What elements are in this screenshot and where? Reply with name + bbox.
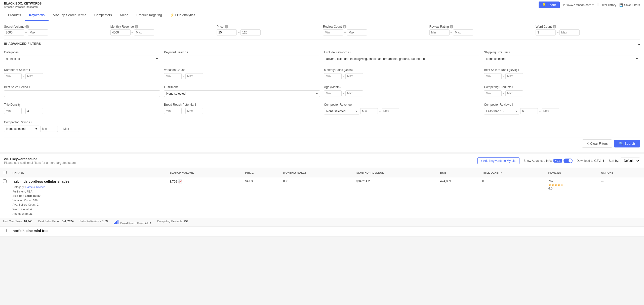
number-of-sellers-max[interactable] [25,73,43,79]
chevron-up-icon: ▴ [638,42,640,46]
search-button[interactable]: 🔍 Search [614,140,640,147]
review-count-max[interactable] [347,29,367,35]
variation-count-info-icon[interactable]: i [186,68,186,72]
competing-products-max[interactable] [505,90,523,96]
row-checkbox[interactable] [3,179,7,183]
title-density-max[interactable] [25,108,43,114]
best-sales-period-info-icon[interactable]: i [29,85,30,89]
monthly-sales-units-info-icon[interactable]: i [354,68,354,72]
search-volume-min[interactable] [4,29,24,35]
age-month-max[interactable] [345,90,363,96]
competitor-ratings-select[interactable]: None selected ▾ [4,126,39,132]
review-count-info-icon[interactable]: i [343,25,346,28]
monthly-revenue-min[interactable] [110,29,131,35]
tab-products[interactable]: Products [4,10,25,21]
advanced-info-toggle[interactable] [564,159,573,163]
row-checkbox[interactable] [3,229,7,232]
competing-products-min[interactable] [484,90,502,96]
age-month-min[interactable] [324,90,342,96]
tab-product-targeting[interactable]: Product Targeting [132,10,166,21]
best-sellers-rank-min[interactable] [484,73,502,79]
competitor-ratings-min[interactable] [40,126,58,132]
categories-info-icon[interactable]: i [20,51,20,54]
shipping-size-tier-select[interactable]: None selected ▾ [484,56,640,62]
tab-niche[interactable]: Niche [116,10,132,21]
tab-elite-analytics[interactable]: ⚡ Elite Analytics [166,10,199,21]
competitor-revenue-max[interactable] [382,108,399,114]
title-density-info-icon[interactable]: i [22,103,22,106]
phrase-title: lazblinds cordless cellular shades [13,179,164,183]
shipping-size-tier-info-icon[interactable]: i [509,51,510,54]
variation-count-min[interactable] [164,73,182,79]
category-link[interactable]: Home & Kitchen [25,185,45,188]
word-count-info-icon[interactable]: i [553,25,556,28]
best-sellers-rank-info-icon[interactable]: i [518,68,519,72]
review-count-min[interactable] [323,29,343,35]
price-max[interactable] [240,29,261,35]
keyword-search-input[interactable] [164,56,320,62]
competitor-revenue-select[interactable]: None selected ▾ [324,108,359,115]
actions-menu-button[interactable]: ··· [601,179,604,184]
broad-reach-potential-max[interactable] [185,108,203,114]
review-rating-max[interactable] [453,29,473,35]
tab-aba[interactable]: ABA Top Search Terms [49,10,90,21]
number-of-sellers-info-icon[interactable]: i [29,68,30,72]
save-filters-link[interactable]: 💾 Save Filters [619,3,640,7]
results-count: 200+ keywords found [4,157,77,161]
phrase-cell: norfolk pine mini tree [10,227,167,237]
fulfillment-select[interactable]: None selected ▾ [164,90,320,97]
number-of-sellers-min[interactable] [4,73,22,79]
table-row-footer: Last Year Sales: 10,248 Best Sales Perio… [0,218,644,227]
exclude-keywords-info-icon[interactable]: i [350,51,351,54]
fulfillment-info-icon[interactable]: i [179,85,180,89]
word-count-min[interactable] [536,29,556,35]
filter-library-link[interactable]: ☰ Filter library [597,3,616,7]
broad-reach-potential-min[interactable] [164,108,182,114]
best-sales-period-input[interactable] [4,90,160,97]
add-keywords-button[interactable]: + Add Keywords to My List [477,157,520,164]
review-rating-min[interactable] [429,29,450,35]
tab-competitors[interactable]: Competitors [90,10,116,21]
price-min[interactable] [217,29,237,35]
competitor-ratings-max[interactable] [62,126,79,132]
monthly-sales-units-max[interactable] [345,73,363,79]
best-sales-period-value: Best Sales Period: Jul, 2024 [38,220,73,225]
marketplace-link[interactable]: 🏳 www.amazon.com ▾ [563,3,594,7]
learn-button[interactable]: 💡 Learn [539,2,559,8]
age-month-info-icon[interactable]: i [342,85,342,89]
exclude-keywords-input[interactable] [324,56,480,62]
keyword-search-info-icon[interactable]: i [187,51,188,54]
monthly-sales-units-min[interactable] [324,73,342,79]
select-all-checkbox[interactable] [3,171,7,174]
variation-count-max[interactable] [185,73,203,79]
search-volume-info-icon[interactable]: i [25,25,29,28]
competitor-reviews-max[interactable] [542,108,559,114]
competitor-reviews-min[interactable] [520,108,538,114]
advanced-filters-header[interactable]: ⊞ ADVANCED FILTERS ▴ [4,40,640,48]
filter-competing-products: Competing Products i – [484,85,640,97]
broad-reach-potential-info-icon[interactable]: i [195,103,196,106]
best-sellers-rank-max[interactable] [505,73,523,79]
clear-filters-button[interactable]: ✕ Clear Filters [582,139,612,148]
competitor-reviews-info-icon[interactable]: i [512,103,513,106]
competing-products-info-icon[interactable]: i [512,85,513,89]
competitor-ratings-info-icon[interactable]: i [31,121,32,124]
competitor-revenue-min[interactable] [360,108,378,114]
filter-best-sales-period: Best Sales Period i [4,85,160,97]
review-rating-info-icon[interactable]: i [450,25,453,28]
tab-keywords[interactable]: Keywords [25,10,49,21]
app-info: BLACK BOX: KEYWORDS Amazon Phrases Resea… [4,2,42,8]
title-density-min[interactable] [4,108,22,114]
sort-select[interactable]: Default [621,158,640,164]
monthly-revenue-cell: $34,214.2 [353,177,437,218]
search-volume-max[interactable] [28,29,48,35]
categories-select[interactable]: 6 selected ▾ [4,56,160,62]
monthly-revenue-info-icon[interactable]: i [135,25,138,28]
word-count-max[interactable] [559,29,580,35]
competitor-revenue-info-icon[interactable]: i [353,103,353,106]
price-info-icon[interactable]: i [225,25,228,28]
competitor-reviews-select[interactable]: Less than 150 ▾ [484,108,519,115]
age-month-label: Age (Month) [324,85,341,89]
monthly-revenue-max[interactable] [134,29,154,35]
download-csv[interactable]: Download to CSV: ⬇ [577,159,605,163]
